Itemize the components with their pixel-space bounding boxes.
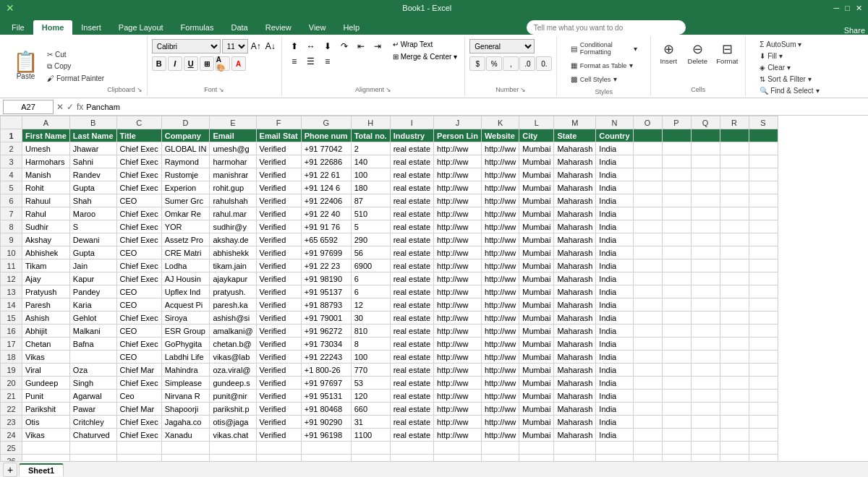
cell[interactable]: http://ww [434,207,482,220]
increase-decimal-button[interactable]: .0 [519,56,535,71]
decrease-font-btn[interactable]: A↓ [264,41,277,51]
empty-cell[interactable] [662,429,691,442]
empty-cell[interactable] [662,142,691,155]
cell[interactable]: Umesh [22,142,70,155]
cell[interactable]: +91 98190 [301,272,351,285]
empty-cell[interactable] [662,442,691,455]
empty-cell[interactable] [662,455,691,462]
cell[interactable]: YOR [161,220,210,233]
col-header-I[interactable]: I [390,116,433,129]
header-cell-9[interactable]: Person Lin [434,129,482,142]
cell[interactable]: Verified [256,311,301,325]
sort-filter-button[interactable]: ⇅ Sort & Filter ▾ [757,74,814,85]
cell[interactable]: India [596,416,633,429]
empty-cell[interactable] [749,142,778,155]
empty-cell[interactable] [633,246,662,259]
cell[interactable]: Gupta [69,246,116,259]
empty-cell[interactable] [69,442,116,455]
cell[interactable]: Labdhi Life [161,351,210,364]
cell[interactable]: Randev [69,168,116,181]
cell[interactable]: +91 97699 [301,246,351,259]
cancel-formula-btn[interactable]: ✕ [56,102,64,112]
empty-cell[interactable] [720,351,749,364]
cell[interactable]: Verified [256,416,301,429]
cell[interactable]: Verified [256,272,301,285]
cell[interactable]: Oza [69,364,116,377]
header-cell-13[interactable]: Country [596,129,633,142]
cell[interactable]: http://ww [434,351,482,364]
cell[interactable]: ESR Group [161,325,210,338]
cell[interactable]: 8 [351,338,390,351]
cell[interactable]: +91 22406 [301,194,351,207]
cell[interactable]: India [596,259,633,272]
empty-cell[interactable] [720,325,749,338]
tab-data[interactable]: Data [222,20,256,35]
cell[interactable]: Maharash [554,207,596,220]
cell[interactable]: 12 [351,298,390,311]
header-cell-8[interactable]: Industry [390,129,433,142]
cell[interactable]: Verified [256,207,301,220]
cell[interactable]: India [596,338,633,351]
empty-cell[interactable] [390,455,433,462]
empty-cell[interactable] [633,272,662,285]
empty-cell[interactable] [720,272,749,285]
header-cell-7[interactable]: Total no. [351,129,390,142]
cell[interactable]: http://ww [434,194,482,207]
cell[interactable]: http://ww [481,272,519,285]
cell[interactable]: real estate [390,364,433,377]
cell[interactable]: Verified [256,285,301,298]
cell[interactable]: Chief Exec [116,272,161,285]
cell[interactable]: Pandey [69,285,116,298]
col-header-H[interactable]: H [351,116,390,129]
cell[interactable]: Mumbai [519,298,554,311]
cell[interactable]: Mumbai [519,390,554,403]
cell[interactable]: http://ww [481,142,519,155]
empty-cell[interactable] [662,246,691,259]
cell[interactable]: Verified [256,246,301,259]
empty-cell[interactable] [720,455,749,462]
cell[interactable]: http://ww [481,390,519,403]
cell[interactable]: Verified [256,298,301,311]
cell[interactable]: http://ww [434,285,482,298]
empty-cell[interactable] [633,325,662,338]
cell[interactable]: India [596,246,633,259]
header-cell-11[interactable]: City [519,129,554,142]
empty-cell[interactable] [691,364,720,377]
cell[interactable]: Pratyush [22,285,70,298]
font-name-select[interactable]: Calibri [152,39,221,53]
cell[interactable]: Rohit [22,181,70,194]
cell[interactable]: Tikam [22,259,70,272]
cell[interactable]: Verified [256,142,301,155]
cell[interactable]: http://ww [434,155,482,168]
cell[interactable]: GoPhygita [161,338,210,351]
cell[interactable]: Maharash [554,390,596,403]
cell[interactable]: Maharash [554,311,596,325]
cell[interactable]: chetan.b@ [210,338,256,351]
empty-cell[interactable] [210,455,256,462]
empty-cell[interactable] [749,246,778,259]
empty-cell[interactable] [662,403,691,416]
cell[interactable]: Upflex Ind [161,285,210,298]
empty-cell[interactable] [749,311,778,325]
cell[interactable]: Mumbai [519,338,554,351]
cell[interactable]: http://ww [434,403,482,416]
col-header-K[interactable]: K [481,116,519,129]
empty-cell[interactable] [691,325,720,338]
cell[interactable]: India [596,285,633,298]
cell[interactable]: rahul.mar [210,207,256,220]
empty-cell[interactable] [720,181,749,194]
empty-cell[interactable] [749,390,778,403]
empty-cell[interactable] [691,155,720,168]
cell[interactable]: http://ww [481,311,519,325]
cell[interactable]: +91 80468 [301,403,351,416]
cell[interactable]: +91 22 23 [301,259,351,272]
empty-cell[interactable] [691,390,720,403]
cell[interactable]: Chief Exec [116,233,161,246]
cell[interactable]: real estate [390,181,433,194]
align-left-button[interactable]: ≡ [286,54,302,69]
cell[interactable]: Manish [22,168,70,181]
cell[interactable]: +91 124 6 [301,181,351,194]
cell[interactable]: +91 95137 [301,285,351,298]
cell[interactable]: http://ww [434,142,482,155]
cell[interactable]: Kapur [69,272,116,285]
